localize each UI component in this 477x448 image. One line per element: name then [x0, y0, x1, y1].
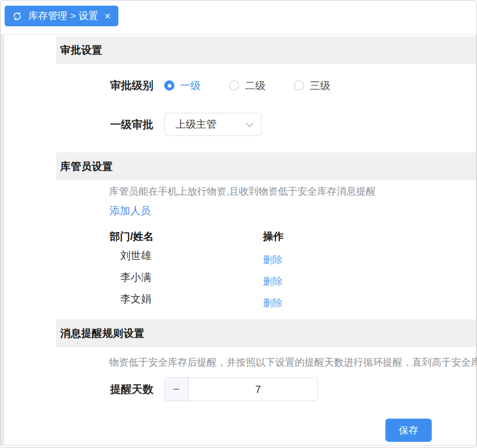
radio-level-1[interactable]: 一级: [164, 79, 201, 93]
reminder-days-input[interactable]: [189, 378, 318, 401]
table-header-action: 操作: [263, 230, 331, 244]
table-row: 刘世雄 删除: [110, 247, 331, 268]
section-header-approval: 审批设置: [56, 36, 476, 64]
table-row: 李文娟 删除: [110, 290, 331, 312]
section-title: 库管员设置: [60, 160, 113, 174]
section-title: 消息提醒规则设置: [60, 326, 145, 340]
settings-panel: 审批设置 审批级别 一级 二级 三级 一级审批 上级主管: [4, 35, 476, 445]
close-icon[interactable]: ×: [104, 10, 111, 21]
radio-level-2[interactable]: 二级: [229, 79, 266, 93]
first-approval-label: 一级审批: [110, 117, 164, 132]
keeper-description: 库管员能在手机上放行物资,且收到物资低于安全库存消息提醒: [109, 185, 376, 198]
radio-unselected-icon[interactable]: [294, 80, 304, 91]
radio-label[interactable]: 二级: [245, 79, 266, 93]
section-title: 审批设置: [60, 43, 102, 57]
select-value: 上级主管: [175, 117, 217, 131]
reminder-days-row: 提醒天数 − +: [110, 377, 318, 401]
table-header-name: 部门/姓名: [110, 230, 263, 244]
first-approval-select[interactable]: 上级主管: [164, 113, 261, 136]
delete-link[interactable]: 删除: [263, 298, 282, 308]
keeper-name: 李小满: [110, 268, 263, 284]
delete-link[interactable]: 删除: [263, 276, 282, 287]
table-header-row: 部门/姓名 操作: [110, 226, 331, 247]
decrement-button[interactable]: −: [165, 378, 189, 401]
radio-label[interactable]: 三级: [310, 79, 330, 93]
tab-bar: 库存管理 > 设置 ×: [1, 1, 476, 35]
section-header-keeper: 库管员设置: [56, 152, 476, 180]
radio-selected-icon[interactable]: [164, 80, 174, 91]
left-gutter: [1, 35, 4, 445]
refresh-icon[interactable]: [12, 11, 22, 21]
radio-label[interactable]: 一级: [180, 79, 201, 93]
radio-unselected-icon[interactable]: [229, 80, 239, 91]
page: 库存管理 > 设置 × 审批设置 审批级别 一级 二级 三级 一级审: [0, 0, 477, 448]
first-approval-row: 一级审批 上级主管: [110, 113, 261, 136]
tab-title: 库存管理 > 设置: [28, 9, 98, 23]
delete-link[interactable]: 删除: [263, 254, 282, 265]
reminder-days-label: 提醒天数: [110, 382, 164, 397]
reminder-description: 物资低于安全库存后提醒，并按照以下设置的提醒天数进行循环提醒，直到高于安全库存: [109, 356, 477, 369]
table-row: 李小满 删除: [110, 268, 331, 290]
chevron-down-icon: [245, 118, 254, 130]
keeper-name: 刘世雄: [110, 247, 263, 263]
radio-level-3[interactable]: 三级: [294, 79, 330, 93]
approval-level-label: 审批级别: [110, 78, 164, 93]
keeper-name: 李文娟: [110, 290, 263, 306]
keeper-table: 部门/姓名 操作 刘世雄 删除 李小满 删除 李文娟 删除: [110, 226, 331, 312]
add-personnel-link[interactable]: 添加人员: [110, 204, 151, 218]
approval-level-row: 审批级别 一级 二级 三级: [110, 75, 359, 96]
days-stepper: − +: [164, 377, 318, 401]
section-header-reminder: 消息提醒规则设置: [56, 319, 476, 347]
tab-inventory-settings[interactable]: 库存管理 > 设置 ×: [5, 6, 118, 26]
save-button[interactable]: 保存: [385, 419, 432, 442]
